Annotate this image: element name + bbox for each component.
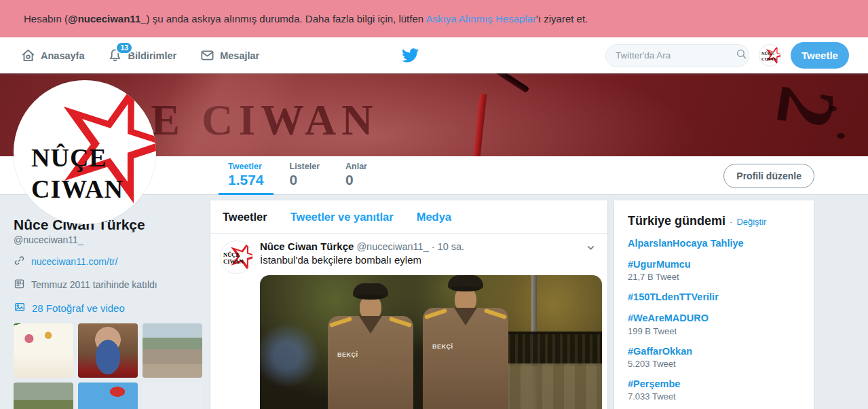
search-box[interactable] [605,44,749,67]
clock-dot [837,133,845,139]
trend-item: #Perşembe 7.033 Tweet [628,378,801,402]
media-count-link[interactable]: 28 Fotoğraf ve video [32,302,125,314]
torso: BEKÇİ [423,308,508,409]
nav-item-notifications[interactable]: 13 Bildirimler [107,48,176,63]
search-input[interactable] [616,50,736,60]
stat-label: Listeler [290,162,320,171]
nav-item-home[interactable]: Anasayfa [20,48,84,63]
photo-thumbnail[interactable] [14,323,73,378]
bell-icon: 13 [107,48,123,63]
home-icon [20,48,36,63]
tweet[interactable]: NÛÇECIWAN Nûce Ciwan Türkçe @nuceciwan11… [210,234,607,274]
stat-label: Anlar [345,162,367,171]
tab-tweets-replies[interactable]: Tweetler ve yanıtlar [290,211,394,224]
suspended-accounts-link[interactable]: Askıya Alınmış Hesaplar [426,13,536,24]
nav-right-group: NÛÇECIWAN Tweetle [605,42,849,69]
tweet-timestamp[interactable]: 10 sa. [438,241,465,252]
joined-row: Temmuz 2011 tarihinde katıldı [14,278,206,291]
link-icon [14,255,25,268]
tweet-author-handle: @nuceciwan11_ [356,241,428,252]
tweet-body: Nûce Ciwan Türkçe @nuceciwan11_ · 10 sa.… [260,241,598,274]
alert-handle: @nuceciwan11_ [68,13,147,24]
photo-thumbnail[interactable] [14,383,73,409]
nav-label-messages: Mesajlar [220,50,259,61]
website-link[interactable]: nuceciwan11.com/tr/ [31,256,117,267]
top-nav-bar: Anasayfa 13 Bildirimler Mesajlar [0,37,868,73]
stat-label: Tweetler [228,162,264,171]
profile-sidebar: Nûce Ciwan Türkçe @nuceciwan11_ nuceciwa… [14,216,206,409]
nav-label-notifications: Bildirimler [128,50,176,61]
photo-thumbnail[interactable] [143,383,202,409]
nav-left-group: Anasayfa 13 Bildirimler Mesajlar [0,48,259,63]
cap [448,275,483,289]
nav-profile-avatar[interactable]: NÛÇECIWAN [759,44,781,67]
twitter-logo-icon[interactable] [402,47,419,67]
tab-media[interactable]: Medya [417,211,451,224]
media-row: 28 Fotoğraf ve video [14,301,206,315]
tweet-text: İstanbul'da bekçilere bombalı eylem [260,254,598,266]
clock-hand-dark [441,73,530,93]
trend-link[interactable]: #UgurMumcu [628,258,801,270]
profile-handle: @nuceciwan11_ [14,234,206,245]
brand-wordmark: NÛÇECIWAN [31,143,124,204]
watchman-figure: BEKÇİ [423,275,508,409]
watchman-figure: BEKÇİ [328,283,413,409]
envelope-icon [200,48,215,63]
alert-text-before: Hesabın ( [24,13,68,24]
timeline-card: Tweetler Tweetler ve yanıtlar Medya NÛÇE… [210,200,607,409]
alert-text: Hesabın (@nuceciwan11_) şu anda askıya a… [24,13,588,24]
trends-header: Türkiye gündemi · Değiştir [628,214,801,228]
photo-icon [14,301,26,315]
photo-thumbnail[interactable] [78,383,138,409]
shoulder-stripe [484,308,507,319]
joined-text: Temmuz 2011 tarihinde katıldı [31,279,157,290]
edit-profile-button[interactable]: Profili düzenle [723,164,814,188]
timeline-tabs: Tweetler Tweetler ve yanıtlar Medya [210,200,607,234]
clock-dot [829,106,837,111]
suspension-alert-banner: Hesabın (@nuceciwan11_) şu anda askıya a… [0,0,868,37]
profile-avatar[interactable]: NÛÇECIWAN [14,80,156,224]
tweet-header: Nûce Ciwan Türkçe @nuceciwan11_ · 10 sa. [260,241,598,252]
trend-count: 199 B Tweet [628,326,801,336]
trend-item: #WeAreMADURO 199 B Tweet [628,312,801,336]
trends-title: Türkiye gündemi [628,214,725,228]
alert-text-after: 'ı ziyaret et. [536,13,588,24]
shoulder-stripe [389,317,412,327]
trend-link[interactable]: #WeAreMADURO [628,312,801,324]
nav-label-home: Anasayfa [41,50,84,61]
stat-tweets[interactable]: Tweetler 1.574 [219,156,273,195]
photo-thumbnail[interactable] [143,323,202,378]
stat-lists[interactable]: Listeler 0 [280,156,329,195]
tweet-author-name[interactable]: Nûce Ciwan Türkçe [260,241,354,252]
brand-wordmark: NÛÇECIWAN [223,251,243,265]
tweet-author-avatar[interactable]: NÛÇECIWAN [220,241,253,274]
trend-item: #GaffarOkkan 5.203 Tweet [628,345,801,369]
trend-link[interactable]: #150TLdenTTVerilir [628,291,801,303]
trend-item: #150TLdenTTVerilir [628,291,801,303]
trend-link[interactable]: #Perşembe [628,378,801,390]
shoulder-stripe [424,308,447,319]
stats-group: Tweetler 1.574 Listeler 0 Anlar 0 [219,156,383,195]
shirt-label: BEKÇİ [337,351,358,358]
notifications-badge: 13 [115,41,133,54]
trends-card: Türkiye gündemi · Değiştir AlparslanHoca… [614,200,814,409]
cap [353,283,388,297]
tab-tweets[interactable]: Tweetler [223,211,267,224]
search-icon[interactable] [736,48,747,63]
trend-link[interactable]: #GaffarOkkan [628,345,801,357]
nav-item-messages[interactable]: Mesajlar [200,48,259,63]
trends-change-link[interactable]: Değiştir [736,217,766,227]
alert-text-mid: ) şu anda askıya alınmış durumda. Daha f… [147,13,426,24]
clock-hand-red [470,94,487,156]
photo-thumbnail[interactable] [78,323,138,378]
stat-value: 0 [290,172,320,188]
shirt-label: BEKÇİ [432,343,453,350]
stat-value: 1.574 [228,172,264,188]
chevron-down-icon[interactable] [585,242,597,256]
brand-wordmark: NÛÇECIWAN [761,51,776,62]
calendar-icon [14,278,25,291]
trend-link[interactable]: AlparslanHocaya Tahliye [628,237,801,249]
tweet-image[interactable]: BEKÇİ BEKÇİ [260,275,602,409]
stat-moments[interactable]: Anlar 0 [336,156,377,195]
tweet-button[interactable]: Tweetle [791,42,849,69]
